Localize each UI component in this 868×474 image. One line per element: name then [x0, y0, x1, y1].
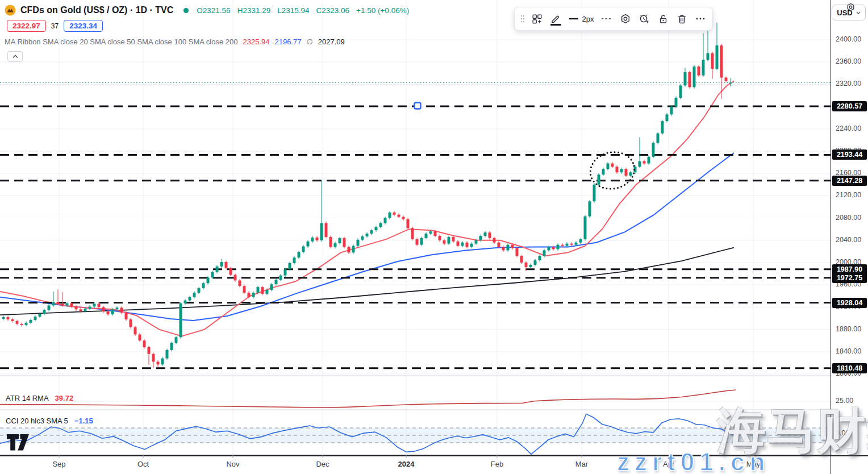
drag-dots-icon [520, 14, 525, 23]
price-level-badge: 1810.48 [832, 363, 867, 373]
price-tick-label: 2080.00 [836, 214, 861, 222]
ohlc-close: C2323.06 [316, 6, 350, 15]
grid-lines [0, 0, 831, 455]
time-tick-label: Oct [137, 460, 149, 468]
sell-price-button[interactable]: 2322.97 [7, 20, 46, 32]
cci-label: CCI 20 hlc3 SMA 5 [6, 417, 68, 425]
ohlc-values: O2321.56 H2331.29 L2315.94 C2323.06 +1.5… [197, 6, 409, 15]
cci-guides [0, 428, 831, 443]
drawing-settings-button[interactable] [616, 10, 635, 27]
symbol-title[interactable]: CFDs on Gold (US$ / OZ) · 1D · TVC [20, 5, 173, 15]
chevron-up-icon [12, 55, 18, 59]
ohlc-open: O2321.56 [197, 6, 230, 15]
alert-clock-icon [639, 14, 649, 24]
ma-ribbon-lines [0, 81, 734, 336]
time-tick-label: Sep [52, 460, 65, 468]
price-level-badge: 1928.04 [832, 298, 867, 308]
trash-icon [677, 14, 687, 24]
price-axis[interactable]: 2400.002360.002320.002280.002240.002200.… [832, 0, 868, 455]
symbol-legend-row: CFDs on Gold (US$ / OZ) · 1D · TVC O2321… [5, 5, 409, 16]
ohlc-high: H2331.29 [237, 6, 271, 15]
ma-ribbon-label: MA Ribbon SMA close 20 SMA close 50 SMA … [5, 38, 237, 46]
lock-drawing-button[interactable] [654, 10, 672, 27]
price-tick-label: 2400.00 [836, 35, 861, 43]
price-tick-label: 2240.00 [836, 124, 861, 132]
selected-color-swatch [550, 24, 561, 26]
toolbar-drag-handle[interactable] [518, 10, 527, 27]
template-icon [532, 14, 542, 24]
cci-legend-row[interactable]: CCI 20 hlc3 SMA 5 −1.15 [6, 417, 93, 425]
ma-ribbon-legend-row[interactable]: MA Ribbon SMA close 20 SMA close 50 SMA … [5, 38, 345, 46]
ma-ribbon-sma50-value: 2196.77 [274, 38, 301, 46]
timezone-settings-button[interactable] [846, 3, 855, 14]
watermark-site-url: zzrt01.cn [617, 448, 770, 474]
price-tick-label: 1840.00 [836, 347, 861, 355]
pencil-icon [551, 14, 561, 24]
drawing-toolbar: 2px [514, 7, 713, 31]
more-options-button[interactable] [691, 10, 710, 27]
time-tick-label: Dec [316, 460, 329, 468]
spread-value: 37 [51, 22, 59, 30]
ma-ribbon-sma20-value: 2325.94 [243, 38, 269, 46]
add-alert-button[interactable] [635, 10, 653, 27]
ohlc-change: +1.50 (+0.06%) [356, 6, 409, 15]
drawing-template-button[interactable] [528, 10, 546, 27]
indicator-lines [0, 390, 736, 454]
candles-layer [2, 23, 732, 368]
ohlc-low: L2315.94 [277, 6, 309, 15]
line-width-label: 2px [582, 15, 594, 23]
ellipsis-icon [695, 17, 706, 20]
unlock-icon [658, 14, 668, 24]
line-width-button[interactable]: 2px [565, 10, 597, 27]
atr-label: ATR 14 RMA [6, 394, 49, 402]
drawing-anchor-handle[interactable] [415, 103, 421, 109]
chevron-down-icon [856, 11, 861, 14]
ma-ribbon-avg-symbol: ∅ [306, 38, 312, 46]
price-level-badge: 2280.57 [832, 101, 867, 111]
time-tick-label: Feb [491, 460, 503, 468]
line-color-button[interactable] [546, 10, 565, 27]
gold-symbol-icon [5, 5, 16, 16]
time-tick-label: 2024 [398, 460, 415, 468]
price-tick-label: 2360.00 [836, 57, 861, 65]
price-tick-label: 2320.00 [836, 80, 861, 88]
market-status-dot[interactable] [183, 8, 189, 13]
delete-drawing-button[interactable] [673, 10, 691, 27]
dashed-line-icon [601, 17, 612, 20]
atr-legend-row[interactable]: ATR 14 RMA 39.72 [6, 394, 73, 402]
atr-value: 39.72 [55, 394, 74, 402]
price-tick-label: 2120.00 [836, 191, 861, 199]
line-width-icon [569, 17, 579, 20]
price-tick-label: 2040.00 [836, 236, 861, 244]
gear-icon [846, 3, 855, 11]
cci-value: −1.15 [74, 417, 93, 425]
legend-collapse-button[interactable] [7, 51, 23, 62]
support-resistance-lines[interactable] [0, 106, 831, 368]
price-tick-label: 1880.00 [836, 325, 861, 333]
buy-price-button[interactable]: 2323.34 [64, 20, 103, 32]
time-tick-label: Mar [575, 460, 588, 468]
settings-gear-icon [620, 14, 631, 24]
price-level-badge: 2193.44 [832, 149, 867, 160]
bid-ask-row: 2322.97 37 2323.34 [7, 20, 103, 32]
ma-ribbon-sma100-value: 2027.09 [318, 38, 345, 46]
tradingview-chart-window: CFDs on Gold (US$ / OZ) · 1D · TVC O2321… [0, 0, 868, 474]
tradingview-logo[interactable] [7, 434, 30, 451]
price-level-badge: 1972.75 [832, 273, 867, 283]
time-tick-label: Nov [226, 460, 239, 468]
price-level-badge: 2147.28 [832, 176, 867, 186]
line-style-button[interactable] [598, 10, 616, 27]
